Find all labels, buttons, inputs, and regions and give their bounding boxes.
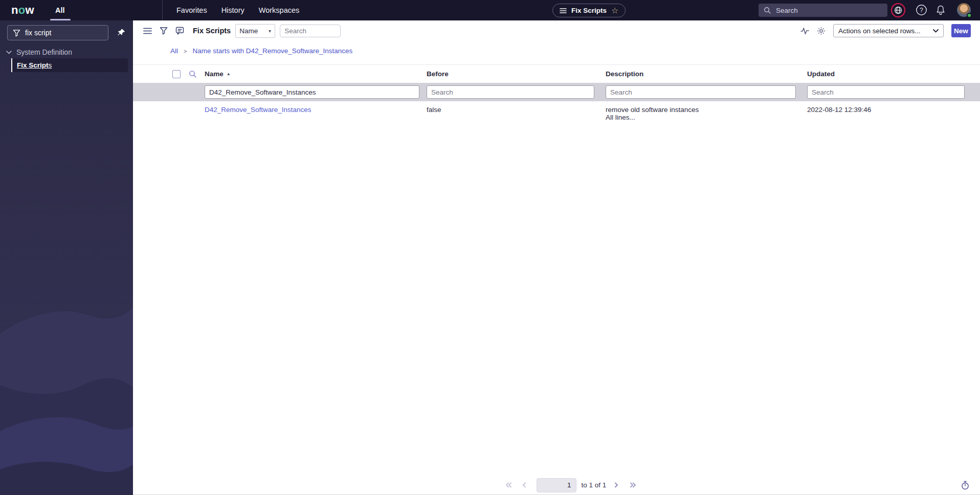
record-link[interactable]: D42_Remove_Software_Instances — [205, 106, 311, 114]
sort-asc-icon: ▲ — [227, 72, 231, 76]
tab-all-menu[interactable]: All — [49, 0, 71, 20]
favorite-star-icon[interactable]: ☆ — [611, 7, 618, 15]
previous-page-icon[interactable] — [522, 482, 526, 488]
context-pill-label: Fix Scripts — [571, 7, 607, 14]
fix-scripts-table: Name ▲ Before Description Updated D42_Re… — [133, 64, 980, 125]
breadcrumb-filter-link[interactable]: Name starts with D42_Remove_Software_Ins… — [192, 47, 352, 55]
cell-before: false — [418, 106, 597, 114]
notifications-bell-button[interactable] — [936, 5, 946, 15]
logo-o-accent: o — [18, 4, 26, 16]
search-field-value: Name — [239, 27, 258, 35]
funnel-icon — [13, 29, 20, 37]
tab-active-underline — [50, 19, 71, 20]
global-search-placeholder: Search — [776, 7, 798, 14]
list-toolbar: Fix Scripts Name ▾ Actions on selected r… — [133, 20, 980, 41]
main-content: Fix Scripts Name ▾ Actions on selected r… — [133, 20, 980, 495]
now-logo[interactable]: now — [11, 0, 34, 20]
list-search-input[interactable] — [280, 25, 341, 37]
actions-select[interactable]: Actions on selected rows... — [833, 24, 944, 37]
page-range-label: to 1 of 1 — [582, 481, 607, 489]
response-time-icon[interactable] — [961, 481, 970, 490]
nav-item-workspaces[interactable]: Workspaces — [259, 6, 300, 14]
breadcrumb-all-link[interactable]: All — [170, 47, 178, 55]
caret-down-icon: ▾ — [269, 28, 271, 34]
sidebar-item-fix-scripts[interactable]: Fix Scripts — [11, 58, 128, 72]
page-number-input[interactable] — [537, 478, 576, 492]
select-all-checkbox[interactable] — [172, 70, 181, 78]
chevron-down-icon — [933, 29, 939, 33]
filter-icon[interactable] — [160, 27, 168, 35]
breadcrumb-separator: > — [184, 48, 187, 54]
header-divider — [162, 0, 163, 20]
table-header-row: Name ▲ Before Description Updated — [133, 64, 980, 83]
new-button[interactable]: New — [951, 24, 971, 37]
column-header-name[interactable]: Name ▲ — [202, 70, 418, 78]
breadcrumb: All > Name starts with D42_Remove_Softwa… — [170, 47, 352, 55]
list-footer: to 1 of 1 — [133, 476, 980, 495]
cell-updated: 2022-08-12 12:39:46 — [799, 106, 980, 114]
description-line-2: All lines... — [606, 114, 799, 121]
question-glyph: ? — [920, 7, 923, 14]
list-title: Fix Scripts — [193, 27, 231, 35]
first-page-icon[interactable] — [505, 482, 512, 488]
header-nav: Favorites History Workspaces — [176, 0, 299, 20]
globe-alert-button[interactable] — [891, 3, 905, 17]
sidebar-section-label: System Definition — [16, 48, 72, 56]
filter-input-name[interactable] — [205, 85, 419, 99]
pin-sidebar-icon[interactable] — [117, 28, 126, 37]
actions-select-value: Actions on selected rows... — [838, 27, 921, 35]
sidebar: fix script System Definition Fix Scripts — [0, 20, 133, 495]
avatar[interactable] — [957, 3, 971, 17]
description-line-1: remove old software instances — [606, 106, 799, 114]
table-row: D42_Remove_Software_Instances false remo… — [133, 101, 980, 125]
sidebar-filter-value: fix script — [25, 29, 51, 37]
list-menu-icon — [560, 8, 567, 14]
globe-icon — [894, 6, 902, 14]
cell-description: remove old software instances All lines.… — [597, 106, 799, 121]
nav-item-history[interactable]: History — [221, 6, 244, 14]
pulse-activity-icon[interactable] — [800, 27, 809, 35]
help-button[interactable]: ? — [915, 4, 928, 16]
chat-annotation-icon[interactable] — [175, 27, 184, 35]
context-pill-fix-scripts[interactable]: Fix Scripts ☆ — [552, 4, 626, 17]
sidebar-section-system-definition[interactable]: System Definition — [6, 48, 72, 56]
next-page-icon[interactable] — [614, 482, 618, 488]
presence-dot — [967, 13, 972, 18]
list-controls-menu-icon[interactable] — [143, 28, 152, 34]
search-field-select[interactable]: Name ▾ — [235, 24, 275, 38]
filter-input-updated[interactable] — [807, 85, 965, 99]
column-header-description[interactable]: Description — [597, 70, 799, 78]
sidebar-filter-input[interactable]: fix script — [7, 25, 108, 40]
search-icon — [764, 7, 771, 14]
gear-icon[interactable] — [817, 27, 826, 35]
column-header-before[interactable]: Before — [418, 70, 597, 78]
sidebar-item-label: Fix Scripts — [17, 61, 52, 69]
filter-input-before[interactable] — [427, 85, 594, 99]
sidebar-wave-decoration — [0, 275, 133, 495]
global-search-box[interactable]: Search — [759, 4, 887, 17]
top-header: now All Favorites History Workspaces Fix… — [0, 0, 980, 20]
column-header-updated[interactable]: Updated — [799, 70, 980, 78]
chevron-down-icon — [6, 51, 12, 54]
table-filter-row — [133, 83, 980, 101]
nav-item-favorites[interactable]: Favorites — [176, 6, 207, 14]
last-page-icon[interactable] — [630, 482, 637, 488]
filter-input-description[interactable] — [606, 85, 796, 99]
column-search-toggle-icon[interactable] — [189, 70, 197, 78]
